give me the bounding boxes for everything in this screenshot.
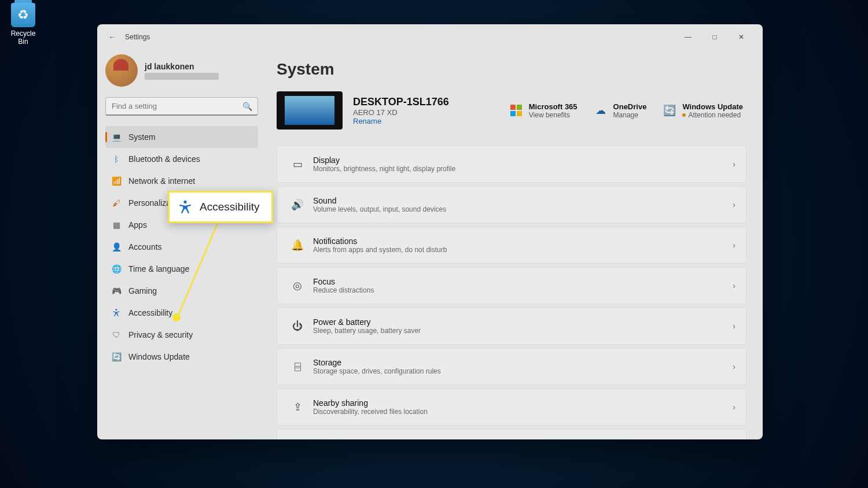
search-box[interactable]: 🔍 [105, 97, 258, 116]
storage-icon: ⌸ [288, 361, 307, 373]
globe-icon: 🌐 [111, 264, 122, 274]
quick-onedrive[interactable]: ☁ OneDriveManage [594, 102, 647, 119]
chevron-right-icon: › [733, 160, 735, 169]
main-pane: System DESKTOP-1SL1766 AERO 17 XD Rename… [266, 50, 763, 439]
app-title: Settings [125, 33, 150, 41]
person-icon: 👤 [111, 242, 122, 252]
settings-card-sound[interactable]: 🔊SoundVolume levels, output, input, soun… [277, 186, 746, 223]
settings-list: ▭DisplayMonitors, brightness, night ligh… [277, 146, 746, 439]
svg-point-0 [116, 309, 117, 310]
sync-icon: 🔄 [663, 103, 676, 117]
user-block[interactable]: jd laukkonen [105, 54, 258, 87]
sidebar-item-network[interactable]: 📶Network & internet [105, 170, 258, 192]
device-model: AERO 17 XD [353, 108, 449, 117]
bluetooth-icon: ᛒ [111, 154, 122, 164]
user-name: jd laukkonen [145, 62, 219, 71]
window-controls: ― □ ✕ [675, 28, 755, 46]
accessibility-icon [111, 308, 122, 318]
card-title: Storage [313, 358, 441, 367]
sidebar-label: Network & internet [128, 176, 195, 186]
callout-marker [172, 313, 181, 321]
display-icon: ▭ [288, 158, 307, 171]
quick-links: Microsoft 365View benefits ☁ OneDriveMan… [509, 102, 743, 119]
sidebar-label: Windows Update [128, 352, 190, 361]
sidebar-label: System [128, 132, 156, 142]
card-title: Notifications [313, 236, 447, 246]
callout-accessibility: Accessibility [168, 191, 273, 223]
search-input[interactable] [105, 97, 258, 116]
device-name: DESKTOP-1SL1766 [353, 96, 449, 108]
sidebar-item-accessibility[interactable]: Accessibility [105, 302, 258, 324]
sidebar: jd laukkonen 🔍 💻System ᛒBluetooth & devi… [97, 50, 266, 439]
close-button[interactable]: ✕ [728, 28, 755, 46]
chevron-right-icon: › [733, 200, 735, 209]
quick-update[interactable]: 🔄 Windows UpdateAttention needed [663, 102, 743, 119]
quick-sub: View benefits [529, 111, 578, 119]
nav-list: 💻System ᛒBluetooth & devices 📶Network & … [105, 126, 258, 368]
settings-card-storage[interactable]: ⌸StorageStorage space, drives, configura… [277, 348, 746, 385]
share-icon: ⇪ [288, 401, 307, 413]
settings-window: ← Settings ― □ ✕ jd laukkonen 🔍 💻System [97, 24, 763, 439]
sidebar-label: Gaming [128, 286, 157, 295]
card-subtitle: Reduce distractions [313, 286, 374, 294]
sidebar-label: Time & language [128, 264, 189, 273]
settings-card-display[interactable]: ▭DisplayMonitors, brightness, night ligh… [277, 146, 746, 183]
settings-card-nearby-sharing[interactable]: ⇪Nearby sharingDiscoverability, received… [277, 389, 746, 426]
quick-label: Microsoft 365 [529, 102, 578, 111]
system-header: DESKTOP-1SL1766 AERO 17 XD Rename Micros… [277, 91, 746, 130]
chevron-right-icon: › [733, 241, 735, 250]
sidebar-label: Apps [128, 220, 147, 230]
sidebar-label: Accessibility [128, 308, 172, 317]
quick-label: Windows Update [682, 102, 743, 111]
chevron-right-icon: › [733, 321, 735, 331]
sound-icon: 🔊 [288, 198, 307, 211]
sidebar-item-accounts[interactable]: 👤Accounts [105, 236, 258, 258]
back-button[interactable]: ← [105, 30, 119, 44]
chevron-right-icon: › [733, 402, 735, 412]
sidebar-item-system[interactable]: 💻System [105, 126, 258, 148]
sidebar-label: Privacy & security [128, 330, 193, 339]
apps-icon: ▦ [111, 220, 122, 230]
recycle-bin[interactable]: Recycle Bin [6, 3, 41, 46]
card-subtitle: Storage space, drives, configuration rul… [313, 367, 441, 375]
avatar [105, 54, 138, 87]
sidebar-item-time[interactable]: 🌐Time & language [105, 258, 258, 280]
sidebar-item-gaming[interactable]: 🎮Gaming [105, 280, 258, 302]
cloud-icon: ☁ [594, 103, 608, 117]
power-icon: ⏻ [288, 320, 307, 332]
device-thumb [277, 91, 343, 130]
sync-icon: 🔄 [111, 352, 122, 362]
sidebar-item-privacy[interactable]: 🛡Privacy & security [105, 324, 258, 346]
sidebar-label: Accounts [128, 242, 162, 252]
search-icon: 🔍 [242, 102, 252, 111]
sidebar-item-update[interactable]: 🔄Windows Update [105, 346, 258, 368]
card-title: Power & battery [313, 317, 421, 327]
titlebar: ← Settings ― □ ✕ [97, 24, 763, 50]
minimize-button[interactable]: ― [675, 28, 701, 46]
user-email-redacted [145, 73, 219, 80]
rename-link[interactable]: Rename [353, 117, 449, 125]
accessibility-icon [178, 199, 193, 215]
settings-card-notifications[interactable]: 🔔NotificationsAlerts from apps and syste… [277, 227, 746, 264]
callout-label: Accessibility [200, 201, 259, 213]
card-subtitle: Monitors, brightness, night light, displ… [313, 165, 455, 173]
recycle-bin-label: Recycle Bin [6, 29, 41, 46]
bell-icon: 🔔 [288, 239, 307, 252]
page-title: System [277, 60, 746, 79]
microsoft-icon [509, 103, 523, 117]
card-title: Sound [313, 196, 446, 205]
sidebar-label: Bluetooth & devices [128, 154, 200, 164]
settings-card-focus[interactable]: ◎FocusReduce distractions› [277, 267, 746, 304]
quick-m365[interactable]: Microsoft 365View benefits [509, 102, 578, 119]
wifi-icon: 📶 [111, 176, 122, 186]
focus-icon: ◎ [288, 279, 307, 292]
system-icon: 💻 [111, 132, 122, 142]
attention-dot [682, 113, 686, 117]
chevron-right-icon: › [733, 362, 735, 371]
settings-card-power-battery[interactable]: ⏻Power & batterySleep, battery usage, ba… [277, 308, 746, 345]
card-title: Display [313, 156, 455, 165]
card-subtitle: Alerts from apps and system, do not dist… [313, 246, 447, 254]
maximize-button[interactable]: □ [701, 28, 728, 46]
settings-card-multitasking[interactable]: ◫Multitasking› [277, 429, 746, 439]
sidebar-item-bluetooth[interactable]: ᛒBluetooth & devices [105, 148, 258, 170]
